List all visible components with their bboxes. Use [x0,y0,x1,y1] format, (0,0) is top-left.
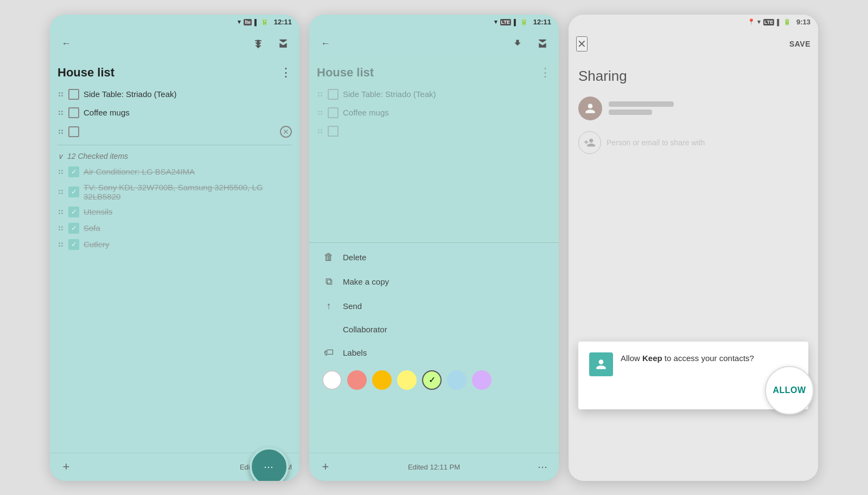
menu-delete[interactable]: 🗑 Delete [309,245,559,269]
allow-button[interactable]: ALLOW [765,366,814,415]
status-bar-2: ▾ LTE ▌ 🔋 12:11 [309,15,559,30]
lte-badge-3: LTE [763,19,774,25]
checked-item-4: ✓ Sofa [58,220,292,236]
back-button-2[interactable]: ← [317,35,334,53]
save-button-3[interactable]: SAVE [789,40,810,48]
drag-handle-c4[interactable] [58,225,64,232]
redacted-line-2 [609,110,652,115]
signal-icon-2: ▌ [514,19,518,25]
wifi-icon-2: ▾ [494,18,497,25]
color-red[interactable] [347,370,367,390]
checked-box-1[interactable]: ✓ [68,166,79,177]
user-info-redacted [609,101,674,115]
battery-icon-3: 🔋 [783,18,791,25]
list-item-3: ✕ [58,122,292,142]
color-orange[interactable] [372,370,392,390]
checked-box-2[interactable]: ✓ [68,187,79,197]
screen2: ▾ LTE ▌ 🔋 12:11 ← House list [309,15,559,481]
dialog-body: Allow Keep to access your contacts? [589,352,797,376]
checked-section-1: ∨ 12 Checked items ✓ Air Conditioner: LG… [58,149,292,253]
checked-header-1[interactable]: ∨ 12 Checked items [58,149,292,164]
share-input-placeholder[interactable]: Person or email to share with [607,138,705,147]
drag-handle-c2[interactable] [58,189,64,195]
list-item-1: Side Table: Striado (Teak) [58,85,292,104]
item-text-2: Coffee mugs [84,108,292,117]
note-title-1: House list [58,66,114,80]
color-blue[interactable] [447,370,467,390]
divider-1 [58,145,292,145]
more-fab-1[interactable]: ⋯ [250,447,289,481]
checked-count-1: 12 Checked items [67,152,128,160]
battery-icon-1: 🔋 [261,18,269,25]
lte-badge-2: LTE [500,19,511,25]
checked-text-4: Sofa [84,223,292,233]
checked-text-3: Utensils [84,207,292,216]
color-white[interactable] [322,370,342,390]
color-green[interactable]: ✓ [422,370,442,390]
more-options-1[interactable]: ⋮ [280,66,292,80]
close-button-3[interactable]: ✕ [576,36,588,52]
checked-box-4[interactable]: ✓ [68,223,79,234]
archive-button-2[interactable] [534,35,551,53]
context-menu: 🗑 Delete ⧉ Make a copy ↑ Send Collaborat… [309,242,559,401]
color-yellow[interactable] [397,370,417,390]
item-text-1: Side Table: Striado (Teak) [84,89,292,99]
menu-labels-label: Labels [343,348,367,357]
checked-text-1: Air Conditioner: LG BSA24IMA [84,167,292,176]
checkbox-2[interactable] [68,107,79,118]
drag-handle-1[interactable] [58,91,64,98]
checkbox-1[interactable] [68,89,79,100]
color-picker-row: ✓ [309,365,559,395]
checked-box-3[interactable]: ✓ [68,207,79,217]
drag-handle-2[interactable] [58,110,64,116]
menu-labels[interactable]: 🏷 Labels [309,340,559,365]
checked-text-2: TV: Sony KDL-32W700B, Samsung 32H5500, L… [84,183,292,201]
checked-text-5: Cutlery [84,240,292,249]
signal-icon-3: ▌ [777,19,781,25]
redacted-line-1 [609,101,674,107]
note-content-2: House list ⋮ Side Table: Striado (Teak) … [309,58,559,453]
back-button-1[interactable]: ← [58,35,75,53]
menu-copy[interactable]: ⧉ Make a copy [309,269,559,294]
status-bar-3: 📍 ▾ LTE ▌ 🔋 9:13 [569,15,818,30]
menu-copy-label: Make a copy [343,277,389,286]
toolbar-1: ← [50,30,299,58]
chevron-down-icon-1: ∨ [58,152,63,160]
add-person-icon [578,131,601,154]
add-item-button-2[interactable]: + [317,458,334,475]
download-button-1[interactable] [250,35,267,53]
dialog-text: Allow Keep to access your contacts? [621,352,754,364]
copy-icon: ⧉ [322,276,335,287]
drag-handle-c1[interactable] [58,169,64,175]
user-avatar [578,97,602,120]
delete-item-3[interactable]: ✕ [280,126,292,138]
download-button-2[interactable] [509,35,526,53]
status-time-3: 9:13 [796,18,810,26]
more-button-2[interactable]: ⋯ [534,458,551,475]
archive-button-1[interactable] [275,35,292,53]
list-item-2: Coffee mugs [58,104,292,122]
bottom-bar-1: + Edited 12:11 PM ⋯ [50,453,299,481]
add-item-button-1[interactable]: + [58,458,75,475]
dialog-text-end: to access your contacts? [662,353,754,363]
status-time-2: 12:11 [533,18,551,26]
toolbar-3: ✕ SAVE [569,30,818,58]
sharing-user-row [569,91,818,126]
drag-handle-3[interactable] [58,128,64,135]
permission-dialog: Allow Keep to access your contacts? DENY… [578,342,808,409]
wifi-icon: ▾ [238,18,241,25]
bottom-bar-3 [569,453,818,481]
signal-icon-1: ▌ [254,19,259,25]
battery-icon-2: 🔋 [520,18,528,25]
color-purple[interactable] [472,370,492,390]
drag-handle-c3[interactable] [58,209,64,215]
checked-item-5: ✓ Cutlery [58,236,292,253]
menu-collaborator[interactable]: Collaborator [309,318,559,340]
checkbox-3[interactable] [68,126,79,137]
wifi-icon-3: ▾ [757,18,761,25]
checked-box-5[interactable]: ✓ [68,239,79,250]
checked-item-3: ✓ Utensils [58,204,292,220]
drag-handle-c5[interactable] [58,241,64,248]
menu-send[interactable]: ↑ Send [309,294,559,318]
lte-badge-1: lte [244,19,252,25]
